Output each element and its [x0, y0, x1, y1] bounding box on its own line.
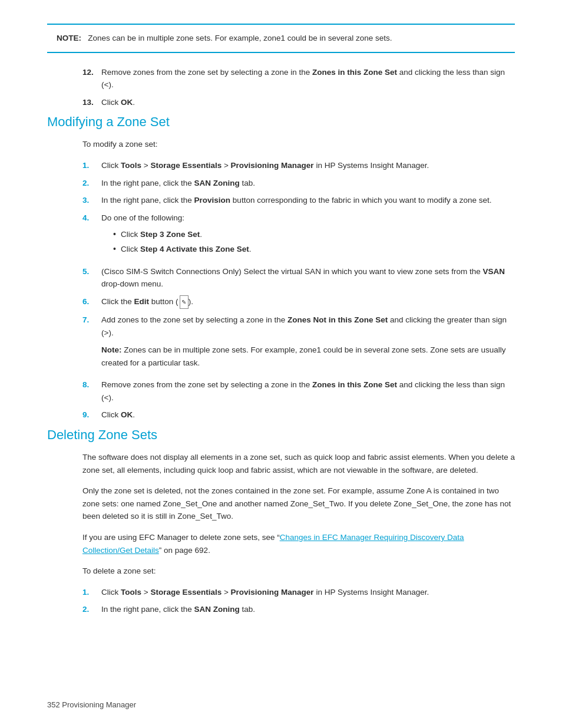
modify-step-1-num: 1. [82, 159, 101, 172]
delete-para-2: Only the zone set is deleted, not the zo… [82, 485, 515, 523]
step-12-num: 12. [82, 66, 101, 91]
section-modify: Modifying a Zone Set To modify a zone se… [47, 114, 515, 421]
delete-step-2-content: In the right pane, click the SAN Zoning … [101, 603, 515, 616]
step-13-num: 13. [82, 96, 101, 109]
modify-step-1: 1. Click Tools > Storage Essentials > Pr… [82, 159, 515, 172]
modify-step-2-num: 2. [82, 177, 101, 190]
note-box-top: NOTE: Zones can be in multiple zone sets… [47, 24, 515, 53]
modify-step-2: 2. In the right pane, click the SAN Zoni… [82, 177, 515, 190]
step-12-bold: Zones in this Zone Set [312, 68, 397, 77]
step-12: 12. Remove zones from the zone set by se… [82, 66, 515, 91]
delete-link-para: If you are using EFC Manager to delete z… [82, 531, 515, 556]
step-12-content: Remove zones from the zone set by select… [101, 66, 515, 91]
section-modify-title: Modifying a Zone Set [47, 114, 515, 130]
modify-step-7-note: Note: Zones can be in multiple zone sets… [101, 344, 515, 369]
modify-step-8-num: 8. [82, 378, 101, 404]
modify-step-9-num: 9. [82, 409, 101, 421]
delete-step-2: 2. In the right pane, click the SAN Zoni… [82, 603, 515, 616]
modify-step-1-content: Click Tools > Storage Essentials > Provi… [101, 159, 515, 172]
modify-step-6-content: Click the Edit button (✎). [101, 295, 515, 309]
modify-step-6: 6. Click the Edit button (✎). [82, 295, 515, 309]
delete-intro: To delete a zone set: [82, 565, 515, 578]
section-delete: Deleting Zone Sets The software does not… [47, 427, 515, 616]
delete-step-2-num: 2. [82, 603, 101, 616]
delete-step-1-num: 1. [82, 586, 101, 599]
bullet-step3-zoneset: Click Step 3 Zone Set. [113, 228, 515, 241]
delete-para-1: The software does not display all elemen… [82, 451, 515, 476]
efc-manager-link[interactable]: Changes in EFC Manager Requiring Discove… [82, 533, 464, 555]
modify-step-8-content: Remove zones from the zone set by select… [101, 378, 515, 404]
step-13-content: Click OK. [101, 96, 515, 109]
modify-step-7: 7. Add zones to the zone set by selectin… [82, 314, 515, 374]
modify-step-3: 3. In the right pane, click the Provisio… [82, 194, 515, 207]
modify-step-4-num: 4. [82, 212, 101, 261]
modify-step-5: 5. (Cisco SIM-S Switch Connections Only)… [82, 265, 515, 291]
delete-step-1: 1. Click Tools > Storage Essentials > Pr… [82, 586, 515, 599]
step-13-ok: OK [121, 98, 133, 107]
bullet-step4-activate: Click Step 4 Activate this Zone Set. [113, 242, 515, 256]
page: NOTE: Zones can be in multiple zone sets… [0, 0, 562, 728]
footer: 352 Provisioning Manager [47, 700, 136, 709]
delete-step-1-content: Click Tools > Storage Essentials > Provi… [101, 586, 515, 599]
modify-step-9-content: Click OK. [101, 409, 515, 421]
modify-step-9: 9. Click OK. [82, 409, 515, 421]
section-delete-title: Deleting Zone Sets [47, 427, 515, 443]
modify-step-8: 8. Remove zones from the zone set by sel… [82, 378, 515, 404]
section-delete-body: The software does not display all elemen… [82, 451, 515, 616]
note-label: NOTE: [57, 34, 81, 42]
modify-step-5-num: 5. [82, 265, 101, 291]
section-modify-intro: To modify a zone set: [82, 138, 515, 151]
modify-step-5-content: (Cisco SIM-S Switch Connections Only) Se… [101, 265, 515, 291]
modify-step-2-content: In the right pane, click the SAN Zoning … [101, 177, 515, 190]
modify-step-4-content: Do one of the following: Click Step 3 Zo… [101, 212, 515, 261]
note-top-body: Zones can be in multiple zone sets. For … [88, 34, 392, 42]
delete-steps-list: 1. Click Tools > Storage Essentials > Pr… [82, 586, 515, 616]
section-modify-body: To modify a zone set: 1. Click Tools > S… [82, 138, 515, 421]
edit-icon: ✎ [180, 295, 189, 309]
modify-step-4-bullets: Click Step 3 Zone Set. Click Step 4 Acti… [101, 228, 515, 255]
steps-12-13: 12. Remove zones from the zone set by se… [82, 66, 515, 109]
modify-step-7-num: 7. [82, 314, 101, 374]
modify-step-3-content: In the right pane, click the Provision b… [101, 194, 515, 207]
modify-step-3-num: 3. [82, 194, 101, 207]
step-13: 13. Click OK. [82, 96, 515, 109]
modify-step-6-num: 6. [82, 295, 101, 309]
note-top-text: NOTE: Zones can be in multiple zone sets… [57, 32, 505, 45]
modify-step-7-content: Add zones to the zone set by selecting a… [101, 314, 515, 374]
modify-step-4: 4. Do one of the following: Click Step 3… [82, 212, 515, 261]
steps-list-12-13: 12. Remove zones from the zone set by se… [82, 66, 515, 109]
modify-steps-list: 1. Click Tools > Storage Essentials > Pr… [82, 159, 515, 421]
